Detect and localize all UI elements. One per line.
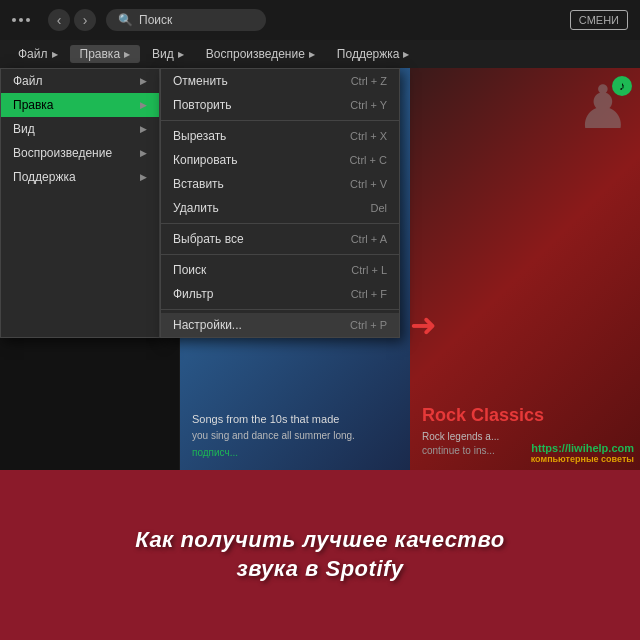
dropdown-sub: Отменить Ctrl + Z Повторить Ctrl + Y Выр… [160, 68, 400, 338]
menu-file[interactable]: Файл ▶ [8, 45, 68, 63]
hits-subscribe: подписч... [192, 447, 398, 458]
dd-filter[interactable]: Фильтр Ctrl + F [161, 282, 399, 306]
dd-main-playback[interactable]: Воспроизведение ▶ [1, 141, 159, 165]
menu-edit-arrow: ▶ [124, 50, 130, 59]
dd-sep-1 [161, 120, 399, 121]
dd-sep-2 [161, 223, 399, 224]
menu-file-arrow: ▶ [52, 50, 58, 59]
rock-card[interactable]: ♪ ♟ Rock Classics Rock legends a... cont… [410, 68, 640, 470]
menu-view[interactable]: Вид ▶ [142, 45, 194, 63]
dd-cut[interactable]: Вырезать Ctrl + X [161, 124, 399, 148]
hits-subtitle: Songs from the 10s that made [192, 412, 398, 427]
dd-delete[interactable]: Удалить Del [161, 196, 399, 220]
rock-person-icon: ♟ [576, 78, 630, 138]
menu-support[interactable]: Поддержка ▶ [327, 45, 420, 63]
change-button[interactable]: СМЕНИ [570, 10, 628, 30]
dd-undo[interactable]: Отменить Ctrl + Z [161, 69, 399, 93]
dd-main-file[interactable]: Файл ▶ [1, 69, 159, 93]
dd-sep-4 [161, 309, 399, 310]
caption-text: Как получить лучшее качество звука в Spo… [135, 526, 504, 583]
dd-redo[interactable]: Повторить Ctrl + Y [161, 93, 399, 117]
main-wrapper: ‹ › 🔍 Поиск СМЕНИ Файл ▶ Правка ▶ Вид ▶ [0, 0, 640, 640]
nav-forward-button[interactable]: › [74, 9, 96, 31]
dd-sep-3 [161, 254, 399, 255]
nav-back-button[interactable]: ‹ [48, 9, 70, 31]
menu-playback[interactable]: Воспроизведение ▶ [196, 45, 325, 63]
dropdown-overlay: Файл ▶ Правка ▶ Вид ▶ Воспроизведение ▶ [0, 68, 400, 338]
search-label: Поиск [139, 13, 172, 27]
dots-menu[interactable] [12, 18, 30, 22]
menu-playback-arrow: ▶ [309, 50, 315, 59]
dot1 [12, 18, 16, 22]
arrow-pointer-icon: ➜ [410, 309, 437, 341]
dd-main-support[interactable]: Поддержка ▶ [1, 165, 159, 189]
hits-desc: you sing and dance all summer long. [192, 429, 398, 443]
caption-area: Как получить лучшее качество звука в Spo… [0, 470, 640, 640]
rock-title: Rock Classics [422, 406, 628, 426]
menu-support-arrow: ▶ [403, 50, 409, 59]
watermark: https://liwihelp.com компьютерные советы [531, 442, 634, 464]
top-bar: ‹ › 🔍 Поиск СМЕНИ [0, 0, 640, 40]
dd-select-all[interactable]: Выбрать все Ctrl + A [161, 227, 399, 251]
dd-settings[interactable]: Настройки... Ctrl + P ➜ [161, 313, 399, 337]
dd-search[interactable]: Поиск Ctrl + L [161, 258, 399, 282]
dd-main-edit[interactable]: Правка ▶ [1, 93, 159, 117]
watermark-sub: компьютерные советы [531, 454, 634, 464]
menu-edit[interactable]: Правка ▶ [70, 45, 141, 63]
spotify-app: ‹ › 🔍 Поиск СМЕНИ Файл ▶ Правка ▶ Вид ▶ [0, 0, 640, 470]
dot2 [19, 18, 23, 22]
dd-main-view[interactable]: Вид ▶ [1, 117, 159, 141]
dropdown-main: Файл ▶ Правка ▶ Вид ▶ Воспроизведение ▶ [0, 68, 160, 338]
watermark-url: https://liwihelp.com [531, 442, 634, 454]
rock-card-bg: ♪ ♟ Rock Classics Rock legends a... cont… [410, 68, 640, 470]
dot3 [26, 18, 30, 22]
dd-paste[interactable]: Вставить Ctrl + V [161, 172, 399, 196]
dd-copy[interactable]: Копировать Ctrl + C [161, 148, 399, 172]
search-icon: 🔍 [118, 13, 133, 27]
menu-bar: Файл ▶ Правка ▶ Вид ▶ Воспроизведение ▶ … [0, 40, 640, 68]
menu-view-arrow: ▶ [178, 50, 184, 59]
search-bar[interactable]: 🔍 Поиск [106, 9, 266, 31]
nav-arrows: ‹ › [48, 9, 96, 31]
